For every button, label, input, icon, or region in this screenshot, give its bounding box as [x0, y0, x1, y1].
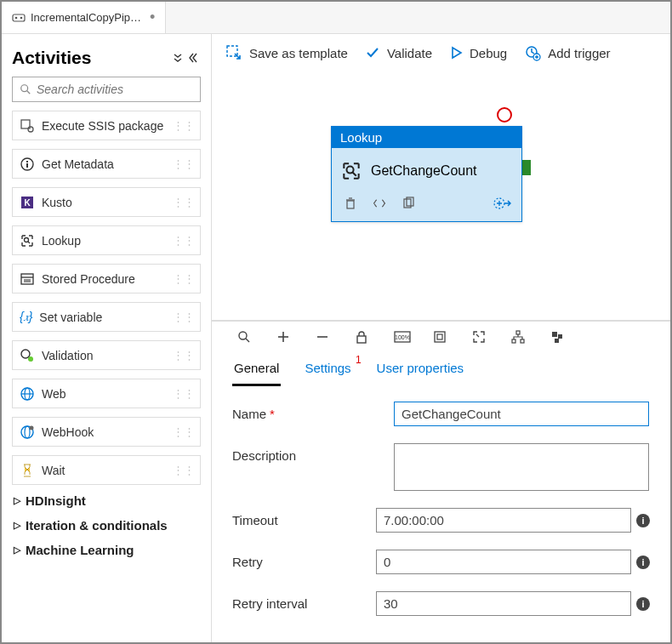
svg-point-1 [15, 16, 18, 19]
search-input[interactable] [37, 83, 193, 96]
svg-rect-32 [347, 201, 354, 208]
fullscreen-icon[interactable] [472, 330, 487, 344]
zoom-in-icon[interactable] [276, 330, 292, 344]
lookup-activity-node[interactable]: Lookup GetChangeCount [331, 126, 522, 222]
description-input[interactable] [394, 443, 649, 491]
info-icon[interactable]: i [636, 597, 650, 611]
property-tabs: General Settings1 User properties [212, 350, 670, 386]
svg-rect-14 [21, 274, 33, 284]
search-activities-box[interactable] [12, 77, 201, 102]
svg-rect-50 [521, 339, 524, 343]
save-template-label: Save as template [249, 46, 348, 60]
svg-point-12 [25, 237, 29, 242]
activity-label: Lookup [42, 234, 81, 248]
activities-title: Activities [12, 48, 91, 68]
web-icon [20, 386, 35, 402]
trigger-icon [524, 44, 541, 61]
pipeline-tab[interactable]: IncrementalCopyPip… • [2, 2, 166, 33]
save-template-button[interactable]: Save as template [225, 44, 348, 61]
webhook-icon [20, 425, 35, 440]
debug-button[interactable]: Debug [449, 46, 507, 60]
ssis-icon [20, 118, 35, 134]
info-icon[interactable]: i [636, 556, 650, 569]
svg-point-6 [28, 127, 33, 132]
activity-set-variable[interactable]: {𝑥}Set variable ⋮⋮ [12, 302, 201, 332]
delete-button[interactable] [344, 197, 357, 210]
svg-rect-47 [437, 334, 442, 339]
activity-label: Set variable [39, 311, 102, 324]
activity-stored-proc[interactable]: Stored Procedure ⋮⋮ [12, 264, 201, 294]
debug-label: Debug [470, 46, 507, 60]
zoom-100-icon[interactable]: 100% [394, 330, 409, 344]
retry-interval-input[interactable] [376, 591, 631, 616]
activity-wait[interactable]: Wait ⋮⋮ [12, 455, 201, 485]
activity-kusto[interactable]: KKusto ⋮⋮ [12, 187, 201, 217]
validate-button[interactable]: Validate [365, 45, 432, 60]
tab-settings-label: Settings [305, 361, 350, 375]
activity-label: Stored Procedure [42, 272, 135, 286]
pipeline-canvas[interactable]: Lookup GetChangeCount [212, 73, 670, 320]
activity-webhook[interactable]: WebHook ⋮⋮ [12, 417, 201, 447]
lock-icon[interactable] [355, 330, 370, 344]
zoom-search-icon[interactable] [237, 330, 253, 344]
view-code-button[interactable] [373, 197, 386, 210]
align-icon[interactable] [550, 330, 566, 344]
grip-icon: ⋮⋮ [173, 234, 195, 247]
svg-point-25 [25, 426, 30, 438]
activities-title-bar: Activities [12, 43, 201, 77]
main-area: Activities Execute SSIS package ⋮⋮ [2, 34, 670, 642]
validate-label: Validate [387, 46, 432, 60]
fit-screen-icon[interactable] [433, 330, 448, 344]
general-form: Name* Description Timeout i Retry i Retr… [212, 386, 670, 633]
auto-layout-icon[interactable] [511, 330, 527, 344]
grip-icon: ⋮⋮ [173, 311, 195, 323]
retry-interval-label: Retry interval [232, 591, 376, 611]
wait-icon [20, 463, 35, 478]
svg-rect-0 [13, 14, 25, 21]
activities-panel: Activities Execute SSIS package ⋮⋮ [2, 34, 212, 642]
check-icon [365, 45, 380, 60]
category-iteration[interactable]: ▷Iteration & conditionals [14, 518, 201, 533]
activity-lookup[interactable]: Lookup ⋮⋮ [12, 225, 201, 255]
chevron-right-icon: ▷ [14, 520, 20, 531]
collapse-panel-icon[interactable] [189, 52, 201, 64]
svg-rect-51 [552, 332, 557, 337]
activity-label: WebHook [42, 425, 94, 439]
grip-icon: ⋮⋮ [173, 119, 195, 132]
output-connector[interactable] [522, 160, 531, 175]
activity-get-metadata[interactable]: Get Metadata ⋮⋮ [12, 149, 201, 179]
lookup-node-icon [340, 160, 362, 182]
category-ml[interactable]: ▷Machine Learning [14, 543, 201, 557]
retry-input[interactable] [376, 550, 631, 574]
category-hdinsight[interactable]: ▷HDInsight [14, 493, 201, 508]
clone-button[interactable] [401, 197, 415, 210]
activity-execute-ssis[interactable]: Execute SSIS package ⋮⋮ [12, 111, 201, 140]
activity-web[interactable]: Web ⋮⋮ [12, 379, 201, 408]
svg-point-26 [30, 425, 34, 430]
activity-validation[interactable]: Validation ⋮⋮ [12, 340, 201, 370]
tab-general[interactable]: General [232, 357, 281, 386]
tab-settings[interactable]: Settings1 [303, 357, 352, 386]
node-name: GetChangeCount [371, 163, 477, 179]
grip-icon: ⋮⋮ [173, 272, 195, 285]
chevrons-down-icon[interactable] [172, 52, 184, 64]
tab-settings-badge: 1 [356, 354, 362, 366]
add-output-button[interactable] [493, 194, 511, 213]
grip-icon: ⋮⋮ [173, 349, 195, 362]
name-input[interactable] [394, 402, 649, 426]
tab-user-properties[interactable]: User properties [375, 357, 466, 386]
svg-point-2 [20, 16, 23, 19]
unsaved-indicator: • [150, 9, 155, 26]
activity-label: Web [42, 387, 66, 401]
svg-point-20 [28, 356, 33, 362]
svg-rect-46 [435, 332, 445, 342]
grip-icon: ⋮⋮ [173, 196, 195, 208]
canvas-toolbar: Save as template Validate Debug Add trig… [212, 34, 670, 73]
add-trigger-button[interactable]: Add trigger [524, 44, 610, 61]
kusto-icon: K [20, 195, 35, 210]
timeout-input[interactable] [376, 508, 631, 533]
activity-label: Wait [42, 464, 65, 477]
info-icon[interactable]: i [636, 514, 650, 527]
description-label: Description [232, 443, 394, 463]
zoom-out-icon[interactable] [316, 330, 331, 344]
